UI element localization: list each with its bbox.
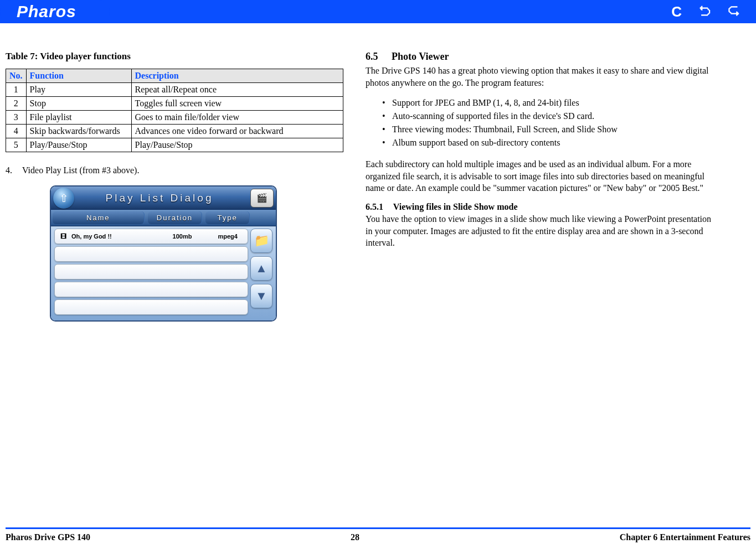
playlist-row[interactable] [54, 246, 248, 262]
subsection-title: Viewing files in Slide Show mode [393, 202, 518, 211]
playlist-row[interactable] [54, 282, 248, 297]
up-arrow-icon[interactable]: ⇧ [53, 188, 74, 209]
playlist-dialog: ⇧ Play List Dialog 🎬 Name Duration Type … [50, 185, 277, 322]
playlist-row[interactable] [54, 264, 248, 279]
intro-paragraph: The Drive GPS 140 has a great photo view… [366, 65, 720, 89]
video-functions-table: No. Function Description 1 Play Repeat a… [6, 69, 343, 152]
table-row: 5 Play/Pause/Stop Play/Pause/Stop [6, 138, 343, 152]
brand-title: Pharos [17, 2, 76, 21]
th-no: No. [6, 69, 27, 83]
feature-list: Support for JPEG and BMP (1, 4, 8, and 2… [366, 96, 720, 149]
playlist-row[interactable] [54, 299, 248, 315]
footer-left: Pharos Drive GPS 140 [6, 532, 90, 542]
col-type[interactable]: Type [205, 211, 250, 224]
list-item: Album support based on sub-directory con… [382, 136, 720, 149]
album-paragraph: Each subdirectory can hold multiple imag… [366, 158, 720, 194]
playlist-row[interactable]: 🎞 Oh, my God !! 100mb mpeg4 [54, 229, 248, 244]
list-item: Auto-scanning of supported files in the … [382, 110, 720, 123]
header-bar: Pharos C ⮌ ⮎ [0, 0, 756, 23]
scroll-up-button[interactable]: ▲ [250, 256, 272, 281]
slideshow-paragraph: You have the option to view images in a … [366, 213, 720, 249]
subsection-number: 6.5.1 [366, 202, 383, 211]
film-icon: 🎞 [55, 233, 71, 240]
forward-icon[interactable]: ⮎ [727, 4, 739, 19]
dialog-title: Play List Dialog [74, 192, 250, 204]
scroll-down-button[interactable]: ▼ [250, 284, 272, 308]
th-func: Function [26, 69, 131, 83]
list-item: Support for JPEG and BMP (1, 4, 8, and 2… [382, 96, 720, 110]
list-number: 4. [6, 165, 12, 175]
table-row: 4 Skip backwards/forwards Advances one v… [6, 125, 343, 138]
table-caption: Table 7: Video player functions [6, 51, 343, 62]
footer-page: 28 [351, 532, 359, 542]
back-icon[interactable]: ⮌ [698, 4, 711, 19]
table-row: 2 Stop Toggles full screen view [6, 97, 343, 111]
list-text: Video Play List (from #3 above). [22, 165, 139, 175]
page-footer: Pharos Drive GPS 140 28 Chapter 6 Entert… [6, 527, 750, 542]
list-item: Three viewing modes: Thumbnail, Full Scr… [382, 123, 720, 136]
footer-right: Chapter 6 Entertainment Features [620, 532, 750, 542]
folder-button[interactable]: 📁 [250, 229, 272, 253]
th-desc: Description [131, 69, 343, 83]
table-row: 3 File playlist Goes to main file/folder… [6, 111, 343, 125]
table-row: 1 Play Repeat all/Repeat once [6, 83, 343, 97]
section-number: 6.5 [366, 51, 378, 62]
section-title: Photo Viewer [392, 51, 449, 62]
refresh-icon[interactable]: C [671, 3, 682, 20]
col-name[interactable]: Name [53, 211, 145, 224]
col-duration[interactable]: Duration [148, 211, 203, 224]
camera-clapboard-icon: 🎬 [250, 189, 274, 208]
